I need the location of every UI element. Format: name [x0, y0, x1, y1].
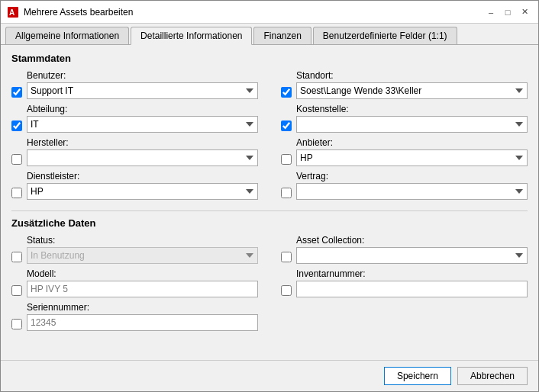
- benutzer-select[interactable]: Support IT: [27, 82, 258, 99]
- vertrag-label: Vertrag:: [296, 171, 528, 182]
- zusatzliche-grid: Status: In Benutzung Modell:: [11, 235, 528, 331]
- anbieter-checkbox[interactable]: [281, 154, 292, 165]
- footer: Speichern Abbrechen: [1, 360, 538, 391]
- tab-allgemeine[interactable]: Allgemeine Informationen: [5, 27, 129, 44]
- status-row: Status: In Benutzung: [11, 235, 258, 264]
- inventarnummer-group: Inventarnummer:: [296, 268, 528, 297]
- seriennummer-group: Seriennummer:: [27, 302, 258, 331]
- content-area: Stammdaten Benutzer: Support IT: [1, 45, 538, 360]
- status-select-wrapper: In Benutzung: [27, 247, 258, 264]
- inventarnummer-row: Inventarnummer:: [281, 268, 528, 297]
- abteilung-select-wrapper: IT: [27, 116, 258, 133]
- anbieter-group: Anbieter: HP: [296, 137, 528, 166]
- hersteller-checkbox[interactable]: [11, 154, 22, 165]
- seriennummer-input[interactable]: [27, 314, 258, 331]
- anbieter-select[interactable]: HP: [296, 149, 528, 166]
- modell-checkbox[interactable]: [11, 285, 22, 296]
- asset-collection-checkbox[interactable]: [281, 252, 292, 262]
- hersteller-row: Hersteller:: [11, 137, 258, 166]
- asset-collection-row: Asset Collection:: [281, 235, 528, 264]
- abteilung-group: Abteilung: IT: [27, 104, 258, 133]
- standort-select[interactable]: Soest\Lange Wende 33\Keller: [296, 82, 528, 99]
- hersteller-select[interactable]: [27, 149, 258, 166]
- section-divider: [11, 210, 528, 211]
- status-checkbox[interactable]: [11, 252, 22, 262]
- standort-row: Standort: Soest\Lange Wende 33\Keller: [281, 70, 528, 99]
- status-select: In Benutzung: [27, 247, 258, 264]
- window-controls: – □ ✕: [483, 5, 532, 20]
- hersteller-select-wrapper: [27, 149, 258, 166]
- zusatzliche-right: Asset Collection: Inventarnumm: [281, 235, 528, 331]
- stammdaten-title: Stammdaten: [11, 53, 528, 64]
- benutzer-label: Benutzer:: [27, 70, 258, 81]
- standort-group: Standort: Soest\Lange Wende 33\Keller: [296, 70, 528, 99]
- standort-select-wrapper: Soest\Lange Wende 33\Keller: [296, 82, 528, 99]
- anbieter-row: Anbieter: HP: [281, 137, 528, 166]
- kostenstelle-row: Kostenstelle:: [281, 104, 528, 133]
- vertrag-group: Vertrag:: [296, 171, 528, 200]
- title-bar: A Mehrere Assets bearbeiten – □ ✕: [1, 1, 538, 24]
- stammdaten-section: Stammdaten Benutzer: Support IT: [11, 53, 528, 200]
- vertrag-select-wrapper: [296, 183, 528, 200]
- modell-input[interactable]: [27, 281, 258, 297]
- tab-finanzen[interactable]: Finanzen: [253, 27, 311, 44]
- dienstleister-checkbox[interactable]: [11, 188, 22, 198]
- abteilung-label: Abteilung:: [27, 104, 258, 114]
- dienstleister-select[interactable]: HP: [27, 183, 258, 200]
- close-button[interactable]: ✕: [517, 5, 532, 20]
- save-button[interactable]: Speichern: [384, 367, 451, 385]
- benutzer-row: Benutzer: Support IT: [11, 70, 258, 99]
- title-bar-left: A Mehrere Assets bearbeiten: [7, 6, 133, 18]
- benutzer-select-wrapper: Support IT: [27, 82, 258, 99]
- kostenstelle-select[interactable]: [296, 116, 528, 133]
- stammdaten-right: Standort: Soest\Lange Wende 33\Keller: [281, 70, 528, 200]
- asset-collection-group: Asset Collection:: [296, 235, 528, 264]
- asset-collection-select[interactable]: [296, 247, 528, 264]
- inventarnummer-checkbox[interactable]: [281, 285, 292, 296]
- zusatzliche-left: Status: In Benutzung Modell:: [11, 235, 258, 331]
- abteilung-row: Abteilung: IT: [11, 104, 258, 133]
- cancel-button[interactable]: Abbrechen: [457, 367, 528, 385]
- status-label: Status:: [27, 235, 258, 246]
- dienstleister-label: Dienstleister:: [27, 171, 258, 182]
- zusatzliche-section: Zusätzliche Daten Status: In Benutzung: [11, 217, 528, 331]
- vertrag-select[interactable]: [296, 183, 528, 200]
- kostenstelle-checkbox[interactable]: [281, 120, 292, 131]
- modell-row: Modell:: [11, 268, 258, 297]
- modell-group: Modell:: [27, 268, 258, 297]
- stammdaten-grid: Benutzer: Support IT Abteilung:: [11, 70, 528, 200]
- seriennummer-checkbox[interactable]: [11, 319, 22, 329]
- seriennummer-label: Seriennummer:: [27, 302, 258, 313]
- stammdaten-left: Benutzer: Support IT Abteilung:: [11, 70, 258, 200]
- maximize-button[interactable]: □: [500, 5, 515, 20]
- vertrag-checkbox[interactable]: [281, 188, 292, 198]
- status-group: Status: In Benutzung: [27, 235, 258, 264]
- svg-text:A: A: [9, 8, 15, 17]
- dienstleister-row: Dienstleister: HP: [11, 171, 258, 200]
- benutzer-checkbox[interactable]: [11, 87, 22, 98]
- hersteller-label: Hersteller:: [27, 137, 258, 148]
- app-icon: A: [7, 6, 19, 18]
- tab-benutzerdefinierte[interactable]: Benutzerdefinierte Felder (1:1): [313, 27, 457, 44]
- hersteller-group: Hersteller:: [27, 137, 258, 166]
- kostenstelle-label: Kostenstelle:: [296, 104, 528, 114]
- standort-label: Standort:: [296, 70, 528, 81]
- abteilung-checkbox[interactable]: [11, 120, 22, 131]
- anbieter-label: Anbieter:: [296, 137, 528, 148]
- vertrag-row: Vertrag:: [281, 171, 528, 200]
- main-window: A Mehrere Assets bearbeiten – □ ✕ Allgem…: [0, 0, 539, 392]
- modell-label: Modell:: [27, 268, 258, 279]
- minimize-button[interactable]: –: [483, 5, 499, 20]
- standort-checkbox[interactable]: [281, 87, 292, 98]
- tab-detaillierte[interactable]: Detaillierte Informationen: [131, 27, 252, 45]
- anbieter-select-wrapper: HP: [296, 149, 528, 166]
- tab-bar: Allgemeine Informationen Detaillierte In…: [1, 24, 538, 45]
- zusatzliche-title: Zusätzliche Daten: [11, 217, 528, 229]
- asset-collection-label: Asset Collection:: [296, 235, 528, 246]
- kostenstelle-select-wrapper: [296, 116, 528, 133]
- abteilung-select[interactable]: IT: [27, 116, 258, 133]
- asset-collection-select-wrapper: [296, 247, 528, 264]
- benutzer-group: Benutzer: Support IT: [27, 70, 258, 99]
- inventarnummer-input[interactable]: [296, 281, 528, 297]
- inventarnummer-label: Inventarnummer:: [296, 268, 528, 279]
